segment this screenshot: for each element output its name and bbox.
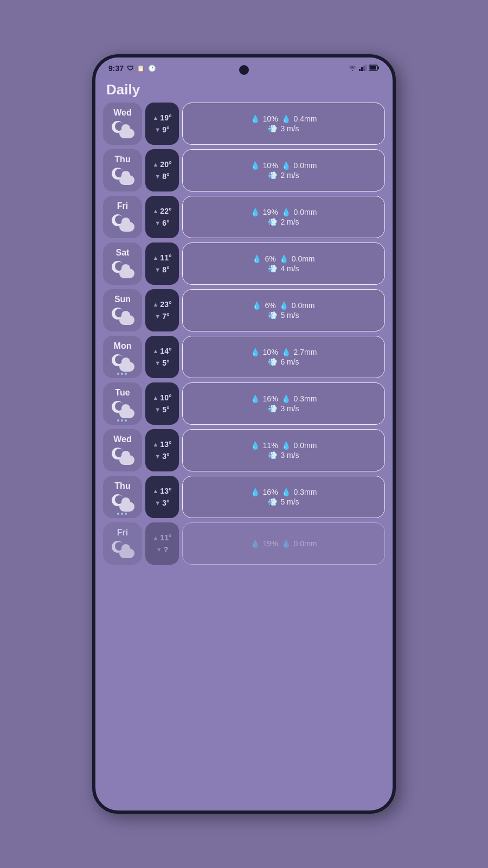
precipitation-line: 💧 19% 💧 0.0mm — [251, 208, 317, 216]
svg-rect-1 — [361, 67, 363, 71]
temp-high: ▲ 14° — [152, 347, 171, 355]
weather-icon — [111, 400, 134, 419]
wifi-icon — [348, 64, 357, 73]
temp-card: ▲ 22° ▼ 6° — [145, 196, 179, 238]
day-card: Thu — [103, 149, 142, 192]
up-arrow: ▲ — [152, 301, 158, 308]
temp-card: ▲ 19° ▼ 9° — [145, 103, 179, 145]
high-value: 20° — [160, 160, 171, 169]
temp-low: ▼ 9° — [155, 125, 169, 134]
rain-mm: 0.0mm — [294, 539, 317, 548]
wind-speed: 2 m/s — [280, 218, 299, 226]
up-arrow: ▲ — [152, 488, 158, 494]
temp-low: ▼ ? — [156, 545, 168, 554]
weather-icon — [111, 167, 134, 186]
svg-rect-3 — [365, 65, 367, 71]
weather-row: Wed ▲ 19° ▼ 9° 💧 10% 💧 0.4mm 💨 3 m/s — [103, 103, 385, 145]
wind-icon: 💨 — [268, 124, 277, 133]
up-arrow: ▲ — [152, 254, 158, 261]
day-card: Thu — [103, 476, 142, 518]
down-arrow: ▼ — [155, 500, 160, 506]
temp-low: ▼ 5° — [155, 405, 169, 414]
status-right — [348, 64, 380, 73]
day-label: Thu — [114, 155, 130, 164]
drop-icon: 💧 — [251, 488, 260, 496]
weather-icon — [111, 260, 134, 279]
high-value: 19° — [160, 113, 171, 122]
precipitation-line: 💧 6% 💧 0.0mm — [252, 301, 314, 310]
svg-rect-6 — [370, 66, 376, 70]
rain-percent: 10% — [263, 161, 278, 170]
low-value: 8° — [162, 172, 169, 181]
down-arrow: ▼ — [155, 173, 160, 180]
rain-icon: 💧 — [281, 539, 291, 548]
rain-percent: 19% — [263, 208, 278, 216]
drop-icon: 💧 — [251, 441, 260, 450]
wind-speed: 6 m/s — [280, 358, 299, 366]
temp-low: ▼ 3° — [155, 499, 169, 507]
wind-line: 💨 3 m/s — [268, 124, 299, 133]
down-arrow: ▼ — [155, 126, 160, 133]
weather-row: Fri ▲ 22° ▼ 6° 💧 19% 💧 0.0mm 💨 2 m/s — [103, 196, 385, 238]
rain-icon: 💧 — [281, 441, 291, 450]
low-value: 3° — [162, 452, 169, 461]
temp-card: ▲ 10° ▼ 5° — [145, 382, 179, 425]
temp-high: ▲ 23° — [152, 300, 171, 309]
high-value: 14° — [160, 347, 171, 355]
weather-list: Wed ▲ 19° ▼ 9° 💧 10% 💧 0.4mm 💨 3 m/s Thu — [95, 103, 393, 576]
low-value: 9° — [162, 125, 169, 134]
precipitation-line: 💧 19% 💧 0.0mm — [251, 539, 317, 548]
day-card: Mon — [103, 336, 142, 378]
precipitation-line: 💧 16% 💧 0.3mm — [251, 394, 317, 403]
wind-line: 💨 6 m/s — [268, 358, 299, 366]
rain-mm: 0.0mm — [294, 208, 317, 216]
temp-card: ▲ 14° ▼ 5° — [145, 336, 179, 378]
rain-icon: 💧 — [281, 348, 291, 356]
rain-mm: 0.3mm — [294, 488, 317, 496]
day-card: Wed — [103, 103, 142, 145]
weather-icon — [111, 353, 134, 373]
weather-icon — [111, 307, 134, 326]
low-value: ? — [164, 545, 169, 554]
temp-low: ▼ 6° — [155, 219, 169, 227]
weather-icon — [111, 120, 134, 139]
info-card: 💧 10% 💧 2.7mm 💨 6 m/s — [182, 336, 385, 378]
wind-icon: 💨 — [268, 171, 277, 180]
drop-icon: 💧 — [252, 254, 261, 263]
wind-speed: 2 m/s — [280, 171, 299, 180]
wind-speed: 5 m/s — [280, 497, 299, 506]
wind-icon: 💨 — [268, 358, 277, 366]
drop-icon: 💧 — [251, 394, 260, 403]
info-card: 💧 16% 💧 0.3mm 💨 3 m/s — [182, 382, 385, 425]
rain-mm: 0.0mm — [292, 254, 315, 263]
svg-rect-2 — [363, 66, 365, 71]
rain-icon: 💧 — [279, 301, 288, 310]
down-arrow: ▼ — [155, 220, 160, 226]
rain-mm: 0.4mm — [294, 114, 317, 123]
low-value: 7° — [162, 312, 169, 321]
weather-row: Sat ▲ 11° ▼ 8° 💧 6% 💧 0.0mm 💨 4 m/s — [103, 242, 385, 285]
temp-low: ▼ 8° — [155, 265, 169, 274]
high-value: 23° — [160, 300, 171, 309]
temp-card: ▲ 11° ▼ 8° — [145, 242, 179, 285]
wind-line: 💨 2 m/s — [268, 218, 299, 226]
camera-notch — [239, 65, 249, 75]
weather-row: Sun ▲ 23° ▼ 7° 💧 6% 💧 0.0mm 💨 5 m/s — [103, 289, 385, 331]
wind-icon: 💨 — [268, 497, 277, 506]
day-label: Sun — [114, 295, 131, 304]
day-card: Fri — [103, 522, 142, 565]
day-label: Tue — [115, 388, 130, 398]
temp-high: ▲ 19° — [152, 113, 171, 122]
low-value: 8° — [162, 265, 169, 274]
weather-row: Mon ▲ 14° ▼ 5° 💧 10% 💧 2.7mm 💨 — [103, 336, 385, 378]
precipitation-line: 💧 16% 💧 0.3mm — [251, 488, 317, 496]
down-arrow: ▼ — [155, 313, 160, 320]
wind-speed: 3 m/s — [280, 124, 299, 133]
wind-icon: 💨 — [268, 264, 277, 273]
drop-icon: 💧 — [252, 301, 261, 310]
wind-speed: 5 m/s — [280, 311, 299, 320]
drop-icon: 💧 — [251, 348, 260, 356]
temp-high: ▲ 20° — [152, 160, 171, 169]
info-card: 💧 10% 💧 0.0mm 💨 2 m/s — [182, 149, 385, 192]
wind-line: 💨 2 m/s — [268, 171, 299, 180]
